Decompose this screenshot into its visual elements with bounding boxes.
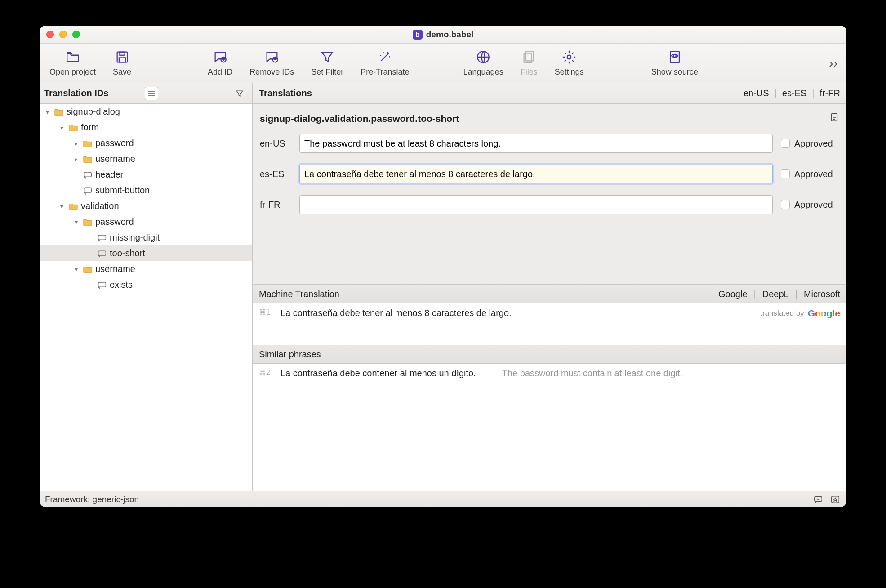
- pre-translate-button[interactable]: Pre-Translate: [361, 49, 409, 77]
- tree-string[interactable]: missing-digit: [40, 230, 252, 245]
- star-badge-icon[interactable]: [829, 494, 841, 505]
- approve-en[interactable]: Approved: [781, 138, 839, 149]
- tree-folder[interactable]: ▸ password: [40, 135, 252, 151]
- translation-input-fr[interactable]: [299, 195, 773, 214]
- checkbox-icon[interactable]: [781, 169, 790, 178]
- approve-fr[interactable]: Approved: [781, 200, 839, 210]
- checkbox-icon[interactable]: [781, 200, 790, 209]
- locale-tab[interactable]: fr-FR: [819, 88, 840, 98]
- open-project-button[interactable]: Open project: [49, 49, 96, 77]
- toolbar-overflow-button[interactable]: ››: [829, 56, 837, 71]
- notes-icon[interactable]: [829, 112, 839, 125]
- locale-tab[interactable]: en-US: [744, 88, 769, 98]
- chevron-down-icon[interactable]: ▾: [72, 218, 80, 226]
- string-icon: [83, 186, 93, 196]
- close-icon[interactable]: [46, 31, 54, 38]
- translation-input-en[interactable]: [299, 134, 773, 153]
- translated-by: translated by Google: [760, 308, 840, 319]
- chevron-down-icon[interactable]: ▾: [43, 108, 51, 116]
- machine-translation-header: Machine Translation Google | DeepL | Mic…: [253, 285, 846, 303]
- similar-phrases-header: Similar phrases: [253, 345, 846, 364]
- translation-id-path: signup-dialog.validation.password.too-sh…: [260, 113, 459, 124]
- gear-icon: [561, 49, 577, 65]
- svg-rect-1: [120, 52, 125, 55]
- tree-folder[interactable]: ▾ signup-dialog: [40, 104, 252, 120]
- tree-folder[interactable]: ▾ form: [40, 120, 252, 135]
- tree-folder[interactable]: ▸ username: [40, 151, 252, 167]
- tree-folder[interactable]: ▾ validation: [40, 198, 252, 214]
- toolbar-label: Settings: [555, 67, 584, 77]
- translations-header: Translations en-US | es-ES | fr-FR: [253, 83, 846, 104]
- sp-shortcut: ⌘2: [259, 368, 272, 377]
- chevron-right-icon[interactable]: ▸: [72, 140, 80, 147]
- chevron-down-icon[interactable]: ▾: [58, 203, 66, 210]
- approve-label: Approved: [794, 138, 833, 149]
- minimize-icon[interactable]: [59, 31, 67, 38]
- approve-label: Approved: [794, 169, 833, 179]
- tree-label: header: [95, 169, 123, 180]
- tree-label: exists: [110, 280, 133, 290]
- files-button[interactable]: Files: [521, 49, 538, 77]
- tree-filter-button[interactable]: [233, 87, 246, 100]
- zoom-icon[interactable]: [72, 31, 80, 38]
- mt-title: Machine Translation: [259, 289, 339, 299]
- remove-ids-button[interactable]: Remove IDs: [249, 49, 294, 77]
- folder-icon: [68, 201, 78, 211]
- svg-rect-2: [119, 58, 125, 62]
- mt-provider-tab[interactable]: Google: [718, 289, 748, 299]
- sp-target[interactable]: La contraseña debe contener al menos un …: [280, 368, 476, 379]
- string-icon: [97, 233, 107, 243]
- set-filter-button[interactable]: Set Filter: [311, 49, 343, 77]
- tree-label: form: [81, 122, 99, 133]
- approve-es[interactable]: Approved: [781, 169, 839, 179]
- left-panel-header: Translation IDs: [40, 83, 252, 104]
- window-title: b demo.babel: [40, 30, 846, 40]
- tree-label: password: [95, 138, 134, 148]
- folder-open-icon: [65, 49, 80, 65]
- files-icon: [521, 49, 537, 65]
- translations-title: Translations: [259, 88, 312, 98]
- wand-icon: [377, 49, 392, 65]
- save-button[interactable]: Save: [113, 49, 131, 77]
- chevron-down-icon[interactable]: ▾: [72, 266, 80, 273]
- tree-view-mode-button[interactable]: [145, 87, 158, 100]
- app-window: b demo.babel Open project Save: [40, 26, 846, 507]
- tree-string[interactable]: exists: [40, 277, 252, 293]
- settings-button[interactable]: Settings: [555, 49, 584, 77]
- chat-icon[interactable]: [812, 494, 824, 505]
- toolbar-label: Save: [113, 67, 131, 77]
- statusbar: Framework: generic-json: [40, 491, 846, 507]
- tree-label: submit-button: [95, 185, 150, 196]
- translation-input-es[interactable]: [299, 165, 773, 183]
- checkbox-icon[interactable]: [781, 139, 790, 148]
- separator: |: [795, 289, 797, 299]
- tree-string[interactable]: submit-button: [40, 183, 252, 198]
- tree-string-selected[interactable]: too-short: [40, 245, 252, 261]
- approve-label: Approved: [794, 200, 833, 210]
- chevron-down-icon[interactable]: ▾: [58, 124, 66, 131]
- mt-suggestion[interactable]: La contraseña debe tener al menos 8 cara…: [280, 308, 512, 318]
- separator: |: [754, 289, 756, 299]
- chevron-right-icon[interactable]: ▸: [72, 156, 80, 163]
- folder-icon: [83, 138, 93, 148]
- svg-rect-15: [98, 282, 106, 287]
- tree-folder[interactable]: ▾ password: [40, 214, 252, 230]
- editor: signup-dialog.validation.password.too-sh…: [253, 104, 846, 285]
- left-panel-title: Translation IDs: [44, 88, 108, 98]
- string-icon: [97, 249, 107, 258]
- tree-string[interactable]: header: [40, 167, 252, 183]
- folder-icon: [54, 107, 64, 117]
- mt-provider-tab[interactable]: Microsoft: [804, 289, 840, 299]
- sp-title: Similar phrases: [259, 349, 321, 360]
- toolbar-label: Set Filter: [311, 67, 343, 77]
- locale-label: es-ES: [260, 169, 291, 179]
- show-source-button[interactable]: Show source: [651, 49, 698, 77]
- svg-rect-11: [84, 172, 92, 177]
- tree-folder[interactable]: ▾ username: [40, 261, 252, 277]
- locale-tab[interactable]: es-ES: [782, 88, 806, 98]
- toolbar-label: Show source: [651, 67, 698, 77]
- mt-provider-tab[interactable]: DeepL: [762, 289, 789, 299]
- add-id-button[interactable]: Add ID: [208, 49, 232, 77]
- tree[interactable]: ▾ signup-dialog ▾ form ▸ password ▸: [40, 104, 252, 491]
- languages-button[interactable]: Languages: [463, 49, 503, 77]
